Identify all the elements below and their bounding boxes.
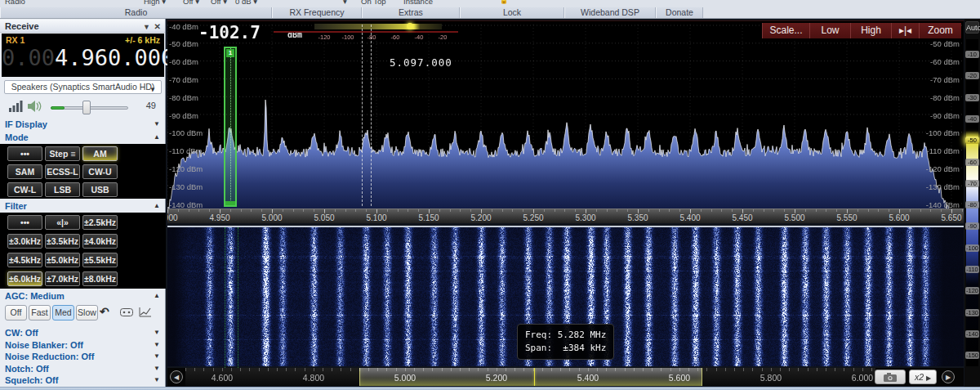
section-mode[interactable]: Mode ▲ — [0, 132, 165, 143]
palette-tick-label[interactable]: -10 — [965, 51, 979, 58]
filter-button[interactable]: ±8.0kHz — [82, 271, 118, 286]
scroll-left-button[interactable]: ◀ — [170, 370, 183, 383]
volume-slider-handle[interactable] — [82, 101, 91, 114]
spectrum-display[interactable]: -102.7 dBm 1 5.097.000 -40 dBm-50 dBm-60… — [167, 20, 964, 208]
filter-button[interactable]: ±4.0kHz — [82, 234, 118, 249]
collapse-icon[interactable]: ▼ — [143, 20, 150, 34]
preset-icon[interactable] — [120, 308, 133, 316]
section-filter[interactable]: Filter ▲ — [0, 200, 165, 212]
ribbon-group-wideband-dsp[interactable]: Wideband DSP — [564, 7, 656, 19]
ribbon-dropdown[interactable]: ▾ — [343, 0, 347, 6]
mode-button[interactable]: CW-L — [7, 182, 42, 197]
filter-button[interactable]: ±7.0kHz — [45, 271, 80, 286]
palette-tick-label[interactable]: -100 — [965, 244, 979, 252]
band-scale-ticks — [185, 368, 875, 371]
speaker-icon[interactable] — [27, 100, 42, 113]
mode-button[interactable]: LSB — [45, 182, 80, 197]
filter-button[interactable]: «|» — [45, 215, 80, 230]
spectrum-high-button[interactable]: High — [850, 23, 891, 38]
filter-button[interactable]: ••• — [7, 215, 42, 230]
filter-button[interactable]: ±6.0kHz — [7, 271, 42, 286]
ribbon-group-donate[interactable]: Donate — [656, 7, 703, 19]
agc-off-button[interactable]: Off — [5, 305, 27, 321]
mode-button[interactable]: USB — [82, 182, 118, 197]
filter-button[interactable]: ±3.0kHz — [7, 234, 42, 249]
section-if-display[interactable]: IF Display ▼ — [0, 119, 165, 130]
snapshot-button[interactable] — [875, 370, 906, 384]
frequency-digits[interactable]: 0.004.960.000 — [2, 45, 164, 70]
mode-button[interactable]: Step ≡ — [45, 146, 80, 161]
rx-selection-band[interactable]: 1 — [224, 47, 237, 207]
section-agc[interactable]: AGC: Medium ▲ — [0, 290, 165, 302]
filter-button[interactable]: ±4.5kHz — [7, 253, 42, 267]
receive-panel-header[interactable]: Receive ▼ ✕ — [0, 20, 165, 33]
close-icon[interactable]: ✕ — [154, 20, 161, 34]
frequency-display[interactable]: RX 1 +/- 6 kHz 0.004.960.000 — [2, 34, 164, 77]
ribbon-dropdown[interactable]: High ▾ — [144, 0, 166, 6]
radio-menu-label[interactable]: Radio — [5, 0, 25, 6]
filter-button[interactable]: ±5.0kHz — [45, 253, 80, 267]
spectrum-zoom-button[interactable]: Zoom — [919, 23, 961, 38]
agc-med-button[interactable]: Med — [52, 305, 74, 321]
filter-button[interactable]: ±2.5kHz — [82, 215, 118, 230]
palette-tick-label[interactable]: -30 — [965, 94, 979, 101]
db-axis-label-right: -70 dBm — [930, 75, 960, 84]
palette-tick-label[interactable]: -120 — [965, 287, 979, 294]
section-notch[interactable]: Notch: Off▼ — [0, 363, 165, 374]
palette-tick-label[interactable]: -70 — [965, 180, 979, 187]
palette-tick-label[interactable]: -40 — [965, 115, 979, 123]
agc-slow-button[interactable]: Slow — [76, 305, 98, 321]
status-strip — [0, 387, 980, 390]
mode-button[interactable]: SAM — [7, 164, 42, 179]
zoom-factor-button[interactable]: x2 ▶ — [909, 370, 937, 384]
volume-value: 49 — [146, 101, 156, 110]
ribbon-group-radio[interactable]: Radio — [0, 7, 272, 19]
on-top-checkbox[interactable]: On Top — [361, 0, 385, 6]
db-axis-label-right: -90 dBm — [930, 111, 960, 120]
graph-icon[interactable] — [139, 307, 152, 317]
palette-tick-label[interactable]: -130 — [965, 309, 979, 316]
palette-tick-label[interactable]: -140 — [965, 330, 979, 338]
ribbon-group-lock[interactable]: Lock — [460, 7, 564, 19]
mode-button[interactable]: CW-U — [82, 164, 118, 179]
palette-tick-label[interactable]: -20 — [965, 72, 979, 79]
mode-button[interactable]: ••• — [7, 146, 42, 161]
ribbon-dropdown[interactable]: Off ▾ — [183, 0, 199, 6]
palette-tick-label[interactable]: -60 — [965, 159, 979, 166]
palette-tick-label[interactable]: -150 — [965, 352, 979, 359]
palette-tick-label[interactable]: -80 — [965, 201, 979, 208]
instance-checkbox[interactable]: Instance — [403, 0, 433, 6]
ribbon-dropdown[interactable]: 0 dB ▾ — [235, 0, 257, 6]
section-squelch[interactable]: Squelch: Off▼ — [0, 374, 165, 386]
undo-icon[interactable]: ↶ — [100, 305, 109, 318]
levels-icon[interactable] — [8, 100, 24, 113]
filter-button[interactable]: ±5.5kHz — [82, 253, 118, 267]
spectrum-center-button[interactable]: ▸|◂ — [891, 23, 919, 38]
section-noise-reduction[interactable]: Noise Reduction: Off▼ — [0, 351, 165, 362]
waterfall-display[interactable]: Freq: 5.282 MHz Span: ±384 kHz — [167, 226, 964, 366]
palette-tick-label[interactable]: -90 — [965, 222, 979, 230]
audio-device-select[interactable]: Speakers (Synaptics SmartAudio HD) ▼ — [4, 80, 162, 94]
ribbon-group-extras[interactable]: Extras — [362, 7, 460, 19]
ribbon-dropdown[interactable]: Off ▾ — [211, 0, 227, 6]
scroll-right-button[interactable]: ▶ — [942, 370, 955, 383]
section-noise-blanker[interactable]: Noise Blanker: Off▼ — [0, 339, 165, 351]
ribbon-group-rx-frequency[interactable]: RX Frequency — [272, 7, 362, 19]
frequency-tick-label: 4.950 — [209, 213, 229, 222]
lock-icon[interactable]: 🔒 — [500, 0, 508, 4]
power-readout: -102.7 — [198, 23, 261, 43]
filter-button[interactable]: ±3.5kHz — [45, 234, 80, 249]
section-cw[interactable]: CW: Off▼ — [0, 327, 165, 338]
palette-tick-label[interactable]: -110 — [965, 266, 979, 273]
mode-button[interactable]: ECSS-L — [45, 164, 80, 179]
spectrum-canvas[interactable] — [167, 21, 964, 209]
spectrum-frequency-axis[interactable]: 4.9004.9505.0005.0505.1005.1505.2005.250… — [167, 208, 964, 223]
auto-button[interactable]: Auto — [965, 21, 979, 34]
volume-row: 49 — [0, 97, 166, 117]
agc-fast-button[interactable]: Fast — [29, 305, 51, 321]
band-tick-label: 5.200 — [486, 373, 507, 383]
spectrum-scale-button[interactable]: Scale... — [762, 23, 809, 38]
spectrum-low-button[interactable]: Low — [809, 23, 850, 38]
palette-tick-label[interactable]: -50 — [965, 137, 979, 144]
mode-button[interactable]: AM — [82, 146, 118, 161]
